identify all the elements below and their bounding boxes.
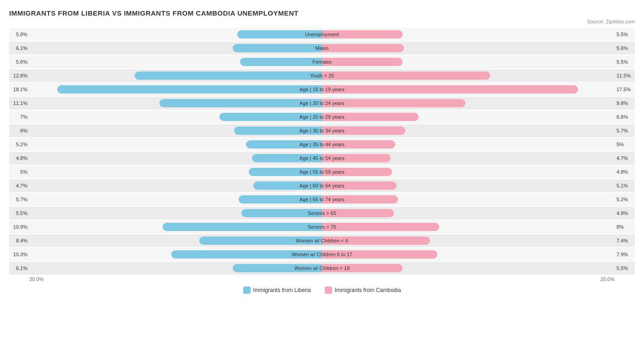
bar-row: 4.7% Age | 60 to 64 years 5.1% [9, 179, 635, 192]
left-bar [135, 72, 322, 80]
right-bar [322, 140, 395, 149]
right-bar [322, 264, 403, 272]
right-value: 5.5% [615, 265, 635, 271]
right-bar [322, 58, 403, 66]
bars-wrapper: Age | 16 to 19 years [29, 83, 615, 96]
right-bar [322, 237, 430, 245]
right-value: 11.5% [615, 73, 635, 78]
left-bar [219, 113, 322, 121]
bars-wrapper: Age | 20 to 24 years [29, 97, 615, 110]
left-bar [252, 154, 322, 162]
bar-row: 8.4% Women w/ Children < 6 7.4% [9, 234, 635, 247]
right-value: 5.2% [615, 197, 635, 202]
left-value: 6.1% [9, 265, 29, 271]
bar-row: 5.2% Age | 35 to 44 years 5% [9, 138, 635, 151]
right-value: 5.6% [615, 45, 635, 51]
right-bar [322, 127, 405, 135]
bars-wrapper: Women w/ Children < 18 [29, 262, 615, 275]
left-value: 5.6% [9, 59, 29, 65]
left-bar [241, 209, 322, 217]
left-bar [163, 223, 322, 231]
right-value: 17.5% [615, 87, 635, 92]
bars-wrapper: Females [29, 55, 615, 68]
right-value: 5% [615, 142, 635, 147]
chart-title: IMMIGRANTS FROM LIBERIA VS IMMIGRANTS FR… [9, 9, 635, 17]
left-bar [239, 195, 322, 204]
right-value: 9.8% [615, 100, 635, 106]
left-bar [246, 140, 322, 149]
legend-box-cambodia [325, 286, 332, 294]
left-bar [159, 99, 322, 107]
bar-row: 18.1% Age | 16 to 19 years 17.5% [9, 83, 635, 96]
bars-wrapper: Women w/ Children < 6 [29, 234, 615, 247]
bar-row: 11.1% Age | 20 to 24 years 9.8% [9, 97, 635, 110]
right-bar [322, 195, 398, 204]
bars-wrapper: Age | 30 to 34 years [29, 124, 615, 137]
bars-wrapper: Age | 25 to 29 years [29, 110, 615, 123]
right-value: 7.9% [615, 252, 635, 257]
legend-box-liberia [243, 286, 251, 294]
legend-label-cambodia: Immigrants from Cambodia [335, 287, 401, 293]
bar-row: 6% Age | 30 to 34 years 5.7% [9, 124, 635, 137]
left-value: 12.8% [9, 73, 29, 78]
bars-wrapper: Youth < 25 [29, 69, 615, 82]
right-bar [322, 223, 439, 231]
right-bar [322, 182, 397, 190]
right-bar [322, 72, 490, 80]
chart-area: 5.8% Unemployment 5.5% 6.1% Males 5.6% 5… [9, 28, 635, 275]
right-value: 5.5% [615, 59, 635, 65]
bars-wrapper: Age | 55 to 59 years [29, 165, 615, 178]
left-value: 10.3% [9, 252, 29, 257]
bar-row: 6.1% Males 5.6% [9, 42, 635, 55]
legend: Immigrants from Liberia Immigrants from … [9, 286, 635, 294]
bar-row: 5.8% Unemployment 5.5% [9, 28, 635, 41]
bar-row: 10.9% Seniors > 75 8% [9, 220, 635, 233]
left-bar [249, 168, 322, 176]
right-bar [322, 154, 391, 162]
left-bar [253, 182, 322, 190]
left-value: 5% [9, 169, 29, 175]
right-value: 8% [615, 224, 635, 230]
bar-row: 5.6% Females 5.5% [9, 55, 635, 68]
axis-labels: 20.0% 20.0% [9, 276, 635, 282]
bars-wrapper: Seniors > 75 [29, 220, 615, 233]
bars-wrapper: Age | 35 to 44 years [29, 138, 615, 151]
bars-wrapper: Women w/ Children 6 to 17 [29, 248, 615, 261]
bar-row: 5.7% Age | 65 to 74 years 5.2% [9, 193, 635, 206]
left-bar [234, 127, 322, 135]
bars-wrapper: Males [29, 42, 615, 55]
left-value: 5.7% [9, 197, 29, 202]
chart-source: Source: ZipAtlas.com [9, 19, 635, 24]
left-value: 11.1% [9, 100, 29, 106]
right-bar [322, 250, 437, 259]
bar-row: 7% Age | 25 to 29 years 6.6% [9, 110, 635, 123]
right-value: 5.5% [615, 32, 635, 37]
left-value: 4.7% [9, 183, 29, 188]
bar-row: 5.5% Seniors > 65 4.9% [9, 207, 635, 220]
left-value: 6.1% [9, 45, 29, 51]
left-value: 5.2% [9, 142, 29, 147]
left-bar [233, 44, 322, 52]
chart-container: IMMIGRANTS FROM LIBERIA VS IMMIGRANTS FR… [5, 5, 639, 303]
bar-row: 5% Age | 55 to 59 years 4.8% [9, 165, 635, 178]
left-bar [57, 85, 322, 94]
right-bar [322, 168, 392, 176]
right-bar [322, 113, 419, 121]
right-bar [322, 85, 578, 94]
left-bar [199, 237, 322, 245]
right-value: 5.1% [615, 183, 635, 188]
left-bar [237, 30, 322, 39]
right-bar [322, 30, 403, 39]
left-value: 4.8% [9, 155, 29, 161]
legend-item-cambodia: Immigrants from Cambodia [325, 286, 401, 294]
bar-row: 12.8% Youth < 25 11.5% [9, 69, 635, 82]
bar-row: 4.8% Age | 45 to 54 years 4.7% [9, 152, 635, 165]
bars-wrapper: Age | 60 to 64 years [29, 179, 615, 192]
bars-wrapper: Age | 65 to 74 years [29, 193, 615, 206]
axis-right: 20.0% [600, 276, 615, 282]
left-value: 6% [9, 128, 29, 133]
left-value: 7% [9, 114, 29, 120]
left-bar [240, 58, 322, 66]
bar-row: 6.1% Women w/ Children < 18 5.5% [9, 262, 635, 275]
right-bar [322, 209, 394, 217]
